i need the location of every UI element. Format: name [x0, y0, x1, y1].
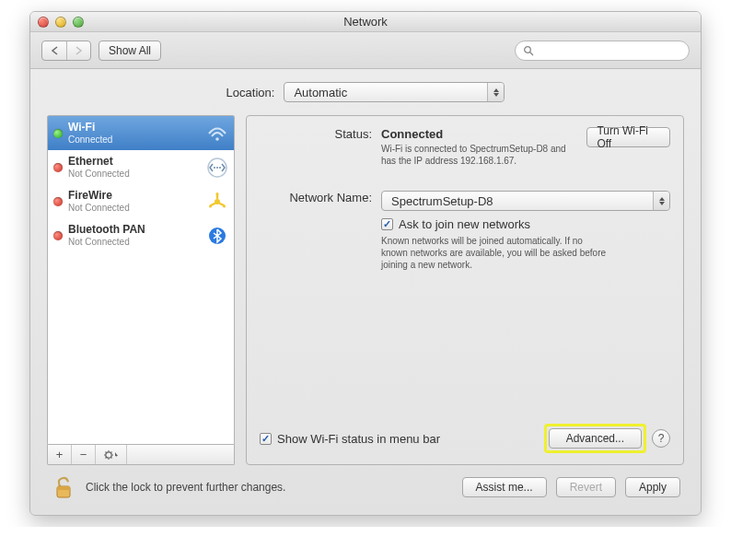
- detail-panel: Status: Connected Wi-Fi is connected to …: [246, 115, 684, 465]
- service-status: Not Connected: [68, 237, 201, 247]
- ask-join-checkbox[interactable]: Ask to join new networks: [381, 217, 530, 231]
- network-preferences-window: Network Show All Location: Automatic: [29, 11, 702, 516]
- ethernet-icon: [206, 157, 228, 179]
- footer: Click the lock to prevent further change…: [47, 465, 684, 500]
- svg-point-9: [209, 204, 212, 207]
- status-dot-icon: [53, 129, 63, 138]
- svg-line-1: [530, 52, 533, 54]
- location-value: Automatic: [294, 86, 347, 99]
- checkbox-icon: [381, 218, 393, 230]
- minimize-icon[interactable]: [55, 17, 66, 28]
- svg-point-8: [216, 192, 219, 195]
- service-name: Bluetooth PAN: [68, 224, 201, 236]
- network-name-popup[interactable]: SpectrumSetup-D8: [381, 191, 670, 211]
- firewire-icon: [206, 191, 228, 213]
- advanced-button[interactable]: Advanced...: [549, 428, 642, 449]
- sidebar-item-firewire[interactable]: FireWire Not Connected: [48, 184, 234, 218]
- assist-me-button[interactable]: Assist me...: [462, 477, 547, 497]
- network-name-value: SpectrumSetup-D8: [391, 194, 493, 208]
- updown-icon: [487, 83, 504, 101]
- ask-join-description: Known networks will be joined automatica…: [381, 235, 611, 271]
- svg-point-2: [215, 137, 219, 141]
- lock-button[interactable]: [51, 474, 76, 500]
- svg-point-4: [214, 167, 215, 169]
- status-dot-icon: [53, 197, 63, 206]
- titlebar: Network: [30, 12, 701, 32]
- wifi-icon: [206, 122, 228, 145]
- help-button[interactable]: ?: [652, 429, 670, 448]
- nav-segment: [41, 41, 91, 61]
- gear-icon: [103, 449, 120, 461]
- show-menu-checkbox[interactable]: Show Wi-Fi status in menu bar: [260, 432, 440, 446]
- remove-service-button[interactable]: −: [72, 445, 96, 464]
- svg-point-5: [216, 167, 218, 169]
- service-status: Connected: [68, 134, 201, 145]
- sidebar-item-bluetooth-pan[interactable]: Bluetooth PAN Not Connected: [48, 218, 234, 252]
- svg-point-6: [219, 167, 221, 169]
- sidebar-footer: + −: [47, 445, 235, 465]
- service-name: Ethernet: [68, 156, 201, 168]
- window-title: Network: [30, 15, 701, 29]
- bluetooth-icon: [206, 225, 228, 247]
- checkbox-icon: [260, 433, 272, 445]
- location-popup[interactable]: Automatic: [284, 82, 505, 102]
- search-input[interactable]: [538, 44, 681, 57]
- svg-point-10: [223, 204, 226, 207]
- svg-rect-14: [57, 486, 70, 490]
- revert-button[interactable]: Revert: [556, 477, 616, 497]
- search-icon: [523, 45, 534, 56]
- status-value: Connected: [381, 127, 575, 141]
- status-dot-icon: [53, 163, 63, 172]
- advanced-highlight: Advanced...: [544, 424, 646, 453]
- updown-icon: [653, 192, 669, 210]
- location-label: Location:: [226, 86, 275, 99]
- forward-button[interactable]: [66, 41, 90, 60]
- turn-wifi-off-button[interactable]: Turn Wi-Fi Off: [586, 127, 670, 147]
- ask-join-label: Ask to join new networks: [399, 217, 530, 231]
- network-name-label: Network Name:: [260, 191, 381, 211]
- add-service-button[interactable]: +: [48, 445, 72, 464]
- sidebar-item-wifi[interactable]: Wi-Fi Connected: [48, 116, 234, 150]
- status-dot-icon: [53, 231, 63, 240]
- close-icon[interactable]: [38, 17, 49, 28]
- show-all-button[interactable]: Show All: [99, 41, 161, 61]
- show-menu-label: Show Wi-Fi status in menu bar: [277, 432, 440, 446]
- sidebar-item-ethernet[interactable]: Ethernet Not Connected: [48, 150, 234, 184]
- service-status: Not Connected: [68, 203, 201, 213]
- service-name: FireWire: [68, 190, 201, 202]
- action-menu-button[interactable]: [96, 445, 127, 464]
- unlock-icon: [52, 475, 75, 499]
- lock-text: Click the lock to prevent further change…: [86, 481, 453, 494]
- service-status: Not Connected: [68, 169, 201, 179]
- svg-point-12: [105, 451, 110, 457]
- zoom-icon[interactable]: [73, 17, 84, 28]
- svg-point-0: [525, 46, 531, 52]
- back-button[interactable]: [42, 41, 66, 60]
- apply-button[interactable]: Apply: [625, 477, 680, 497]
- status-description: Wi-Fi is connected to SpectrumSetup-D8 a…: [381, 143, 575, 167]
- status-label: Status:: [260, 127, 381, 167]
- search-field[interactable]: [515, 41, 690, 61]
- services-sidebar: Wi-Fi Connected Ethernet Not Connected: [47, 115, 235, 445]
- toolbar: Show All: [30, 32, 701, 69]
- service-name: Wi-Fi: [68, 122, 201, 134]
